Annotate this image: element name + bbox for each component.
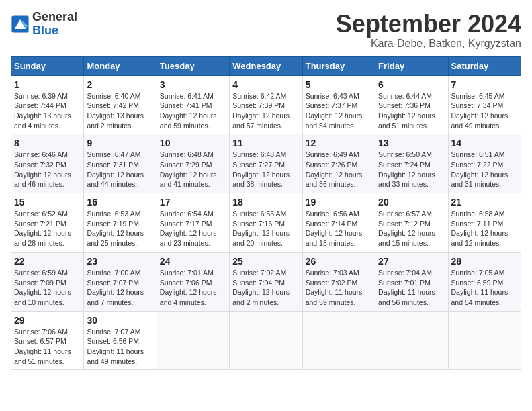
week-row-5: 29Sunrise: 7:06 AMSunset: 6:57 PMDayligh… xyxy=(11,311,521,370)
day-number: 4 xyxy=(232,79,299,90)
day-info: Sunrise: 6:59 AMSunset: 7:09 PMDaylight:… xyxy=(14,268,81,308)
day-number: 11 xyxy=(232,138,299,148)
week-row-2: 8Sunrise: 6:46 AMSunset: 7:32 PMDaylight… xyxy=(11,134,521,193)
day-number: 17 xyxy=(160,197,226,208)
day-info: Sunrise: 6:56 AMSunset: 7:14 PMDaylight:… xyxy=(306,209,372,248)
day-info: Sunrise: 7:03 AMSunset: 7:02 PMDaylight:… xyxy=(306,268,372,308)
day-cell: 9Sunrise: 6:47 AMSunset: 7:31 PMDaylight… xyxy=(84,134,157,193)
day-cell: 28Sunrise: 7:05 AMSunset: 6:59 PMDayligh… xyxy=(448,252,521,311)
day-number: 6 xyxy=(378,79,445,90)
day-info: Sunrise: 6:48 AMSunset: 7:27 PMDaylight:… xyxy=(232,150,299,189)
day-info: Sunrise: 6:43 AMSunset: 7:37 PMDaylight:… xyxy=(306,91,372,131)
day-info: Sunrise: 6:39 AMSunset: 7:44 PMDaylight:… xyxy=(14,91,81,131)
day-cell: 6Sunrise: 6:44 AMSunset: 7:36 PMDaylight… xyxy=(375,75,448,134)
logo-icon xyxy=(11,15,30,34)
day-info: Sunrise: 6:41 AMSunset: 7:41 PMDaylight:… xyxy=(160,91,226,131)
day-info: Sunrise: 6:58 AMSunset: 7:11 PMDaylight:… xyxy=(451,209,518,248)
day-cell: 18Sunrise: 6:55 AMSunset: 7:16 PMDayligh… xyxy=(230,193,302,253)
day-cell: 10Sunrise: 6:48 AMSunset: 7:29 PMDayligh… xyxy=(157,134,229,193)
day-number: 25 xyxy=(232,256,299,267)
day-cell: 2Sunrise: 6:40 AMSunset: 7:42 PMDaylight… xyxy=(84,75,157,134)
day-number: 2 xyxy=(87,79,153,90)
day-info: Sunrise: 6:52 AMSunset: 7:21 PMDaylight:… xyxy=(14,209,81,248)
day-number: 26 xyxy=(306,256,372,267)
day-info: Sunrise: 7:01 AMSunset: 7:06 PMDaylight:… xyxy=(160,268,226,308)
day-cell: 25Sunrise: 7:02 AMSunset: 7:04 PMDayligh… xyxy=(230,252,302,311)
weekday-header-tuesday: Tuesday xyxy=(157,56,229,75)
day-cell: 17Sunrise: 6:54 AMSunset: 7:17 PMDayligh… xyxy=(157,193,229,253)
day-cell: 24Sunrise: 7:01 AMSunset: 7:06 PMDayligh… xyxy=(157,252,229,311)
day-cell: 11Sunrise: 6:48 AMSunset: 7:27 PMDayligh… xyxy=(230,134,302,193)
day-cell: 14Sunrise: 6:51 AMSunset: 7:22 PMDayligh… xyxy=(448,134,521,193)
day-cell xyxy=(375,311,448,370)
day-cell: 23Sunrise: 7:00 AMSunset: 7:07 PMDayligh… xyxy=(84,252,157,311)
location: Kara-Debe, Batken, Kyrgyzstan xyxy=(336,38,521,50)
weekday-header-monday: Monday xyxy=(84,56,157,75)
week-row-1: 1Sunrise: 6:39 AMSunset: 7:44 PMDaylight… xyxy=(11,75,521,134)
weekday-header-friday: Friday xyxy=(375,56,448,75)
day-cell: 26Sunrise: 7:03 AMSunset: 7:02 PMDayligh… xyxy=(302,252,375,311)
day-number: 18 xyxy=(232,197,299,208)
day-cell: 29Sunrise: 7:06 AMSunset: 6:57 PMDayligh… xyxy=(11,311,84,370)
day-info: Sunrise: 7:04 AMSunset: 7:01 PMDaylight:… xyxy=(378,268,445,308)
day-number: 20 xyxy=(378,197,445,208)
day-cell: 20Sunrise: 6:57 AMSunset: 7:12 PMDayligh… xyxy=(375,193,448,253)
day-cell: 3Sunrise: 6:41 AMSunset: 7:41 PMDaylight… xyxy=(157,75,229,134)
day-info: Sunrise: 6:57 AMSunset: 7:12 PMDaylight:… xyxy=(378,209,445,248)
day-number: 16 xyxy=(87,197,153,208)
calendar-table: SundayMondayTuesdayWednesdayThursdayFrid… xyxy=(11,56,521,371)
logo-blue-text: Blue xyxy=(32,24,58,37)
day-cell: 19Sunrise: 6:56 AMSunset: 7:14 PMDayligh… xyxy=(302,193,375,253)
day-info: Sunrise: 6:53 AMSunset: 7:19 PMDaylight:… xyxy=(87,209,153,248)
day-info: Sunrise: 7:05 AMSunset: 6:59 PMDaylight:… xyxy=(451,268,518,308)
day-cell: 13Sunrise: 6:50 AMSunset: 7:24 PMDayligh… xyxy=(375,134,448,193)
day-number: 29 xyxy=(14,315,81,326)
day-number: 1 xyxy=(14,79,81,90)
day-info: Sunrise: 6:54 AMSunset: 7:17 PMDaylight:… xyxy=(160,209,226,248)
day-info: Sunrise: 7:06 AMSunset: 6:57 PMDaylight:… xyxy=(14,327,81,367)
day-info: Sunrise: 7:02 AMSunset: 7:04 PMDaylight:… xyxy=(232,268,299,308)
day-info: Sunrise: 7:07 AMSunset: 6:56 PMDaylight:… xyxy=(87,327,153,367)
day-cell: 15Sunrise: 6:52 AMSunset: 7:21 PMDayligh… xyxy=(11,193,84,253)
logo: General Blue xyxy=(11,11,77,38)
day-number: 23 xyxy=(87,256,153,267)
day-number: 8 xyxy=(14,138,81,148)
weekday-header-thursday: Thursday xyxy=(302,56,375,75)
day-number: 14 xyxy=(451,138,518,148)
day-number: 12 xyxy=(306,138,372,148)
day-cell xyxy=(448,311,521,370)
day-info: Sunrise: 6:48 AMSunset: 7:29 PMDaylight:… xyxy=(160,150,226,189)
day-number: 22 xyxy=(14,256,81,267)
day-info: Sunrise: 6:55 AMSunset: 7:16 PMDaylight:… xyxy=(232,209,299,248)
month-title: September 2024 xyxy=(336,11,521,38)
day-number: 24 xyxy=(160,256,226,267)
day-cell: 12Sunrise: 6:49 AMSunset: 7:26 PMDayligh… xyxy=(302,134,375,193)
day-number: 10 xyxy=(160,138,226,148)
logo-general-text: General xyxy=(32,10,77,24)
week-row-3: 15Sunrise: 6:52 AMSunset: 7:21 PMDayligh… xyxy=(11,193,521,253)
day-cell: 4Sunrise: 6:42 AMSunset: 7:39 PMDaylight… xyxy=(230,75,302,134)
weekday-header-saturday: Saturday xyxy=(448,56,521,75)
page-header: General Blue September 2024 Kara-Debe, B… xyxy=(11,11,521,50)
day-number: 5 xyxy=(306,79,372,90)
day-cell: 8Sunrise: 6:46 AMSunset: 7:32 PMDaylight… xyxy=(11,134,84,193)
day-info: Sunrise: 6:50 AMSunset: 7:24 PMDaylight:… xyxy=(378,150,445,189)
day-info: Sunrise: 6:42 AMSunset: 7:39 PMDaylight:… xyxy=(232,91,299,131)
title-area: September 2024 Kara-Debe, Batken, Kyrgyz… xyxy=(336,11,521,50)
day-cell: 1Sunrise: 6:39 AMSunset: 7:44 PMDaylight… xyxy=(11,75,84,134)
day-info: Sunrise: 6:44 AMSunset: 7:36 PMDaylight:… xyxy=(378,91,445,131)
day-info: Sunrise: 6:51 AMSunset: 7:22 PMDaylight:… xyxy=(451,150,518,189)
day-number: 30 xyxy=(87,315,153,326)
day-number: 28 xyxy=(451,256,518,267)
day-cell: 21Sunrise: 6:58 AMSunset: 7:11 PMDayligh… xyxy=(448,193,521,253)
day-info: Sunrise: 6:47 AMSunset: 7:31 PMDaylight:… xyxy=(87,150,153,189)
day-number: 13 xyxy=(378,138,445,148)
day-info: Sunrise: 7:00 AMSunset: 7:07 PMDaylight:… xyxy=(87,268,153,308)
day-cell xyxy=(157,311,229,370)
day-info: Sunrise: 6:40 AMSunset: 7:42 PMDaylight:… xyxy=(87,91,153,131)
weekday-header-sunday: Sunday xyxy=(11,56,84,75)
weekday-header-row: SundayMondayTuesdayWednesdayThursdayFrid… xyxy=(11,56,521,75)
day-number: 3 xyxy=(160,79,226,90)
week-row-4: 22Sunrise: 6:59 AMSunset: 7:09 PMDayligh… xyxy=(11,252,521,311)
day-cell xyxy=(230,311,302,370)
